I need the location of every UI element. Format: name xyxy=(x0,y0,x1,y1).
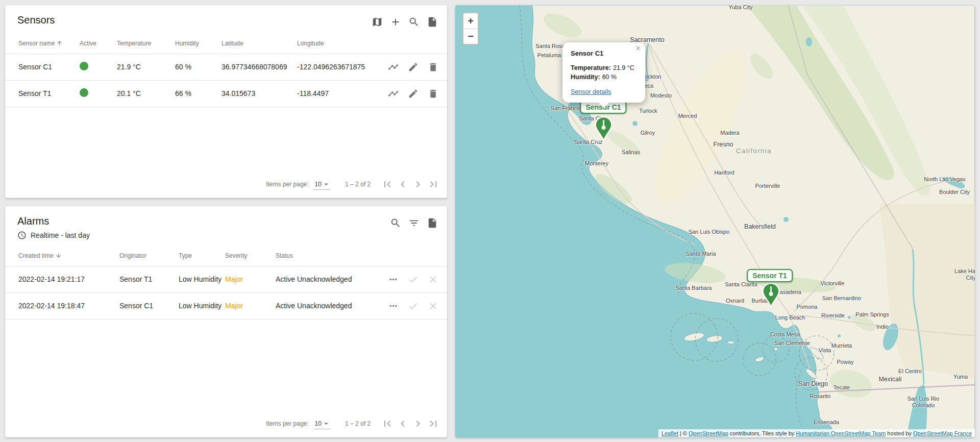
prev-page-icon[interactable] xyxy=(395,177,410,192)
clear-icon[interactable] xyxy=(427,300,439,312)
clear-icon[interactable] xyxy=(427,274,439,286)
sensors-title: Sensors xyxy=(17,14,55,26)
delete-icon[interactable] xyxy=(427,88,439,100)
items-per-page-label: Items per page: xyxy=(266,181,308,188)
search-icon[interactable] xyxy=(389,216,402,230)
active-dot xyxy=(80,62,88,70)
prev-page-icon[interactable] xyxy=(395,416,410,431)
latitude-cell: 34.015673 xyxy=(222,89,297,98)
column-header-latitude[interactable]: Latitude xyxy=(222,40,297,47)
temperature-cell: 20.1 °C xyxy=(117,89,175,98)
originator-cell: Sensor T1 xyxy=(119,275,179,284)
column-header-temperature[interactable]: Temperature xyxy=(117,40,175,47)
latitude-cell: 36.97734668078069 xyxy=(222,62,297,71)
state-label: California xyxy=(736,147,772,155)
leaflet-link[interactable]: Leaflet xyxy=(662,430,678,436)
alarms-title: Alarms xyxy=(17,215,49,227)
sort-asc-icon xyxy=(56,40,63,46)
humidity-cell: 60 % xyxy=(175,62,222,71)
alarms-time-window[interactable]: Realtime - last day xyxy=(5,231,447,245)
status-cell: Active Unacknowledged xyxy=(276,275,372,284)
sensor-details-link[interactable]: Sensor details xyxy=(571,88,611,95)
search-icon[interactable] xyxy=(407,15,421,29)
popup-close-icon[interactable]: × xyxy=(635,44,641,53)
timeseries-chart-icon[interactable] xyxy=(387,88,399,100)
table-row[interactable]: Sensor T1 20.1 °C 66 % 34.015673 -118.44… xyxy=(5,81,447,107)
more-icon[interactable] xyxy=(387,300,399,312)
column-header-status[interactable]: Status xyxy=(276,252,372,259)
popup-humidity-line: Humidity:60 % xyxy=(571,73,637,82)
map-attribution: Leaflet | © OpenStreetMap contributors, … xyxy=(658,429,975,437)
clock-icon xyxy=(17,231,27,240)
type-cell: Low Humidity xyxy=(179,301,225,310)
alarms-header-row: Created time Originator Type Severity St… xyxy=(5,245,447,266)
column-header-active[interactable]: Active xyxy=(80,40,117,47)
edit-icon[interactable] xyxy=(407,88,419,100)
alarms-widget: Alarms Realtime - last day Created time … xyxy=(5,206,447,437)
map[interactable]: Yuba CitySacramentoSanta RosaPetalumaSto… xyxy=(455,5,975,437)
hot-team-link[interactable]: Humanitarian OpenStreetMap Team xyxy=(796,430,886,436)
sensors-toolbar xyxy=(371,14,439,29)
table-row[interactable]: Sensor C1 21.9 °C 60 % 36.97734668078069… xyxy=(5,54,447,81)
column-header-created-time[interactable]: Created time xyxy=(18,252,119,259)
popup-temperature-line: Temperature:21.9 °C xyxy=(571,64,637,73)
more-icon[interactable] xyxy=(387,274,399,286)
originator-cell: Sensor C1 xyxy=(119,301,179,310)
longitude-cell: -122.0496263671875 xyxy=(297,62,372,71)
column-header-humidity[interactable]: Humidity xyxy=(175,40,222,47)
sort-desc-icon xyxy=(55,252,62,259)
delete-icon[interactable] xyxy=(427,61,439,73)
sensors-pagination: Items per page: 10 1 – 2 of 2 xyxy=(5,170,447,198)
column-header-severity[interactable]: Severity xyxy=(225,252,276,259)
zoom-in-button[interactable]: + xyxy=(463,13,478,29)
acknowledge-icon[interactable] xyxy=(407,274,419,286)
table-row[interactable]: 2022-02-14 19:21:17 Sensor T1 Low Humidi… xyxy=(5,266,447,293)
alarms-pagination: Items per page: 10 1 – 2 of 2 xyxy=(5,410,447,437)
popup-title: Sensor C1 xyxy=(571,50,637,57)
map-icon[interactable] xyxy=(371,15,384,29)
active-dot xyxy=(80,88,88,97)
column-header-type[interactable]: Type xyxy=(179,252,225,259)
humidity-cell: 66 % xyxy=(175,89,222,98)
next-page-icon[interactable] xyxy=(410,177,426,192)
timeseries-chart-icon[interactable] xyxy=(387,61,399,73)
acknowledge-icon[interactable] xyxy=(407,300,419,312)
pagination-range: 1 – 2 of 2 xyxy=(345,420,371,427)
table-row[interactable]: 2022-02-14 19:18:47 Sensor C1 Low Humidi… xyxy=(5,293,447,320)
items-per-page-select[interactable]: 10 xyxy=(314,179,331,190)
pagination-range: 1 – 2 of 2 xyxy=(345,181,371,188)
severity-cell: Major xyxy=(225,301,276,310)
osm-france-link[interactable]: OpenStreetMap France xyxy=(913,430,972,436)
next-page-icon[interactable] xyxy=(410,416,426,431)
zoom-control: + − xyxy=(462,12,479,45)
first-page-icon[interactable] xyxy=(380,416,395,431)
add-icon[interactable] xyxy=(389,15,402,29)
export-icon[interactable] xyxy=(426,15,439,29)
osm-link[interactable]: OpenStreetMap xyxy=(689,430,728,436)
last-page-icon[interactable] xyxy=(426,416,441,431)
column-header-originator[interactable]: Originator xyxy=(119,252,179,259)
filter-icon[interactable] xyxy=(407,216,421,230)
last-page-icon[interactable] xyxy=(426,177,441,192)
severity-cell: Major xyxy=(225,275,276,284)
sensor-name-cell: Sensor C1 xyxy=(18,62,80,71)
active-cell xyxy=(80,88,117,99)
items-per-page-select[interactable]: 10 xyxy=(314,418,331,429)
sensor-c1-marker-pin[interactable] xyxy=(594,116,613,141)
sensor-t1-marker-pin[interactable] xyxy=(762,282,780,308)
marker-label-sensor-t1[interactable]: Sensor T1 xyxy=(747,269,793,282)
column-header-sensor-name[interactable]: Sensor name xyxy=(18,40,80,47)
edit-icon[interactable] xyxy=(407,61,419,73)
first-page-icon[interactable] xyxy=(380,177,395,192)
map-tiles xyxy=(455,5,975,437)
chevron-down-icon xyxy=(322,419,331,428)
type-cell: Low Humidity xyxy=(179,275,225,284)
longitude-cell: -118.4497 xyxy=(297,89,372,98)
map-widget: Yuba CitySacramentoSanta RosaPetalumaSto… xyxy=(455,5,975,437)
column-header-longitude[interactable]: Longitude xyxy=(297,40,372,47)
zoom-out-button[interactable]: − xyxy=(463,29,478,44)
items-per-page-label: Items per page: xyxy=(266,420,308,427)
alarms-toolbar xyxy=(389,215,439,230)
export-icon[interactable] xyxy=(426,216,439,230)
sensors-header-row: Sensor name Active Temperature Humidity … xyxy=(5,33,447,54)
